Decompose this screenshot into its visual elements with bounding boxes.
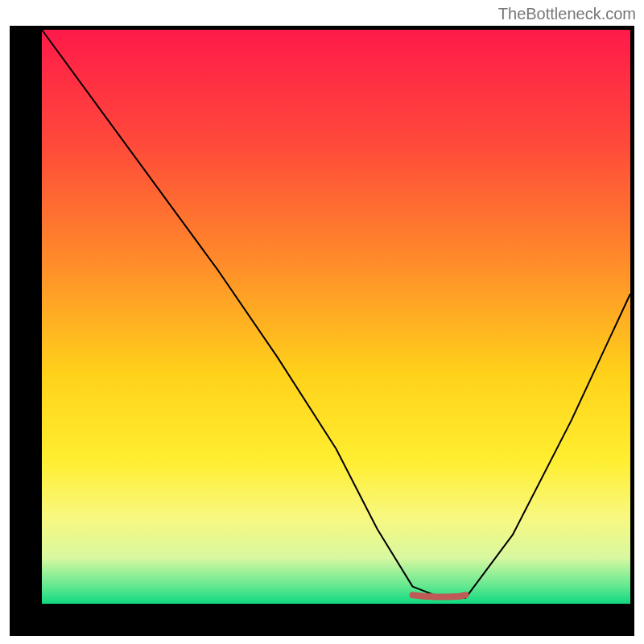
chart-frame [10,26,634,636]
chart-svg [10,26,634,636]
series-flat-marker [413,595,466,597]
svg-rect-0 [42,30,630,604]
attribution-label: TheBottleneck.com [498,5,636,23]
chart-stage: TheBottleneck.com [0,0,644,644]
